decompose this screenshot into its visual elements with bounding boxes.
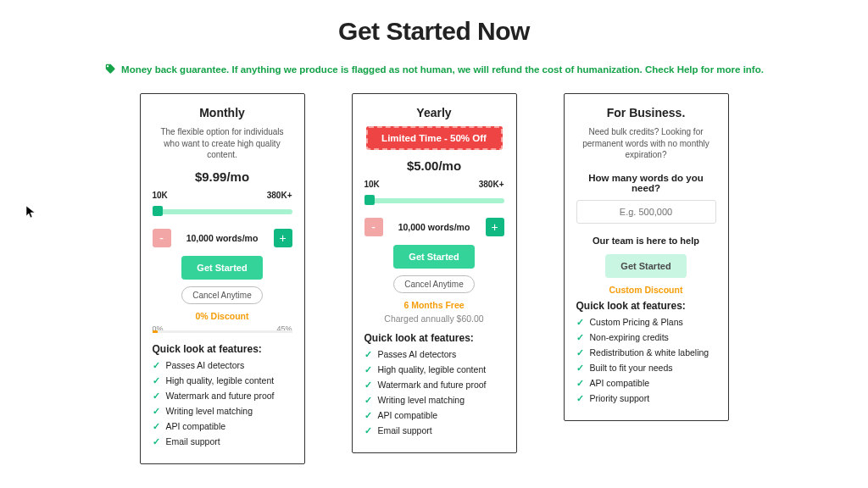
- feature-text: High quality, legible content: [378, 364, 487, 374]
- feature-item: ✓Priority support: [576, 393, 716, 403]
- feature-item: ✓Watermark and future proof: [364, 380, 504, 390]
- check-icon: ✓: [364, 349, 372, 359]
- feature-item: ✓Custom Pricing & Plans: [576, 317, 716, 327]
- discount-gauge: 0% 45%: [153, 324, 292, 335]
- feature-item: ✓Redistribution & white labeling: [576, 347, 716, 358]
- plan-card-business: For Business. Need bulk credits? Looking…: [564, 93, 729, 421]
- cancel-anytime-button[interactable]: Cancel Anytime: [181, 286, 262, 304]
- check-icon: ✓: [364, 425, 372, 435]
- check-icon: ✓: [153, 391, 160, 401]
- words-input-label: How many words do you need?: [576, 173, 716, 193]
- plan-title: Yearly: [364, 106, 504, 119]
- feature-text: Passes AI detectors: [166, 360, 245, 370]
- discount-label: Custom Discount: [576, 285, 716, 295]
- feature-text: API compatible: [166, 421, 226, 431]
- scale-max: 380K+: [479, 180, 504, 189]
- slider-thumb[interactable]: [364, 195, 375, 205]
- pricing-cards: Monthly The flexible option for individu…: [0, 93, 868, 464]
- page-title: Get Started Now: [0, 17, 868, 46]
- slider-track: [153, 209, 292, 214]
- check-icon: ✓: [364, 380, 372, 390]
- feature-text: Writing level matching: [166, 406, 253, 416]
- feature-item: ✓Email support: [364, 425, 504, 435]
- get-started-button[interactable]: Get Started: [181, 256, 262, 280]
- features-heading: Quick look at features:: [364, 332, 504, 344]
- increment-button[interactable]: +: [274, 229, 292, 247]
- feature-item: ✓High quality, legible content: [153, 375, 292, 385]
- increment-button[interactable]: +: [486, 218, 504, 236]
- check-icon: ✓: [153, 436, 160, 446]
- scale-min: 10K: [364, 180, 380, 189]
- discount-label: 0% Discount: [153, 311, 292, 321]
- plan-subtitle: The flexible option for individuals who …: [153, 126, 292, 161]
- check-icon: ✓: [576, 363, 584, 373]
- feature-item: ✓Writing level matching: [364, 395, 504, 405]
- plan-card-monthly: Monthly The flexible option for individu…: [140, 93, 305, 464]
- slider-scale: 10K 380K+: [364, 180, 504, 189]
- feature-text: High quality, legible content: [166, 375, 275, 385]
- plan-price: $9.99/mo: [153, 169, 292, 184]
- feature-text: Email support: [378, 425, 432, 435]
- feature-text: Watermark and future proof: [378, 380, 487, 390]
- words-slider[interactable]: [153, 203, 292, 219]
- feature-item: ✓API compatible: [576, 378, 716, 388]
- feature-text: Writing level matching: [378, 395, 465, 405]
- slider-scale: 10K 380K+: [153, 191, 292, 200]
- team-help-label: Our team is here to help: [576, 236, 716, 246]
- feature-list: ✓Passes AI detectors✓High quality, legib…: [153, 360, 292, 446]
- plan-price: $5.00/mo: [364, 158, 504, 173]
- check-icon: ✓: [576, 332, 584, 342]
- words-needed-input[interactable]: [576, 200, 716, 224]
- check-icon: ✓: [576, 347, 584, 358]
- feature-item: ✓Passes AI detectors: [364, 349, 504, 359]
- feature-text: Redistribution & white labeling: [590, 347, 709, 358]
- bonus-label: 6 Months Free: [364, 300, 504, 310]
- slider-thumb[interactable]: [153, 206, 163, 216]
- cancel-anytime-button[interactable]: Cancel Anytime: [393, 275, 474, 293]
- scale-max: 380K+: [267, 191, 292, 200]
- words-per-month: 10,000 words/mo: [186, 233, 259, 243]
- decrement-button[interactable]: -: [364, 218, 383, 236]
- plan-subtitle: Need bulk credits? Looking for permanent…: [576, 126, 716, 161]
- feature-item: ✓Passes AI detectors: [153, 360, 292, 370]
- words-slider[interactable]: [364, 192, 504, 208]
- feature-text: Passes AI detectors: [378, 349, 457, 359]
- feature-text: Email support: [166, 436, 220, 446]
- feature-text: Built to fit your needs: [590, 363, 673, 373]
- feature-item: ✓API compatible: [364, 410, 504, 420]
- feature-list: ✓Passes AI detectors✓High quality, legib…: [364, 349, 504, 435]
- slider-track: [364, 198, 504, 203]
- guarantee-text: Money back guarantee. If anything we pro…: [121, 64, 764, 75]
- plan-card-yearly: Yearly Limited Time - 50% Off $5.00/mo 1…: [352, 93, 517, 453]
- feature-text: API compatible: [590, 378, 650, 388]
- guarantee-banner: Money back guarantee. If anything we pro…: [0, 63, 868, 76]
- check-icon: ✓: [576, 378, 584, 388]
- feature-item: ✓API compatible: [153, 421, 292, 431]
- check-icon: ✓: [364, 410, 372, 420]
- plan-title: For Business.: [576, 106, 716, 119]
- feature-list: ✓Custom Pricing & Plans✓Non-expiring cre…: [576, 317, 716, 403]
- check-icon: ✓: [364, 395, 372, 405]
- feature-text: Non-expiring credits: [590, 332, 669, 342]
- get-started-button[interactable]: Get Started: [605, 254, 686, 278]
- feature-item: ✓Email support: [153, 436, 292, 446]
- charged-annually: Charged annually $60.00: [364, 313, 504, 324]
- check-icon: ✓: [576, 393, 584, 403]
- get-started-button[interactable]: Get Started: [393, 245, 474, 269]
- check-icon: ✓: [153, 406, 160, 416]
- decrement-button[interactable]: -: [153, 229, 171, 247]
- check-icon: ✓: [153, 360, 160, 370]
- feature-text: Custom Pricing & Plans: [590, 317, 683, 327]
- scale-min: 10K: [153, 191, 168, 200]
- check-icon: ✓: [364, 364, 372, 374]
- feature-item: ✓Built to fit your needs: [576, 363, 716, 373]
- plan-title: Monthly: [153, 106, 292, 119]
- check-icon: ✓: [576, 317, 584, 327]
- feature-text: API compatible: [378, 410, 438, 420]
- check-icon: ✓: [153, 375, 160, 385]
- feature-item: ✓Writing level matching: [153, 406, 292, 416]
- feature-text: Watermark and future proof: [166, 391, 275, 401]
- feature-item: ✓Non-expiring credits: [576, 332, 716, 342]
- check-icon: ✓: [153, 421, 160, 431]
- tag-icon: [104, 63, 116, 76]
